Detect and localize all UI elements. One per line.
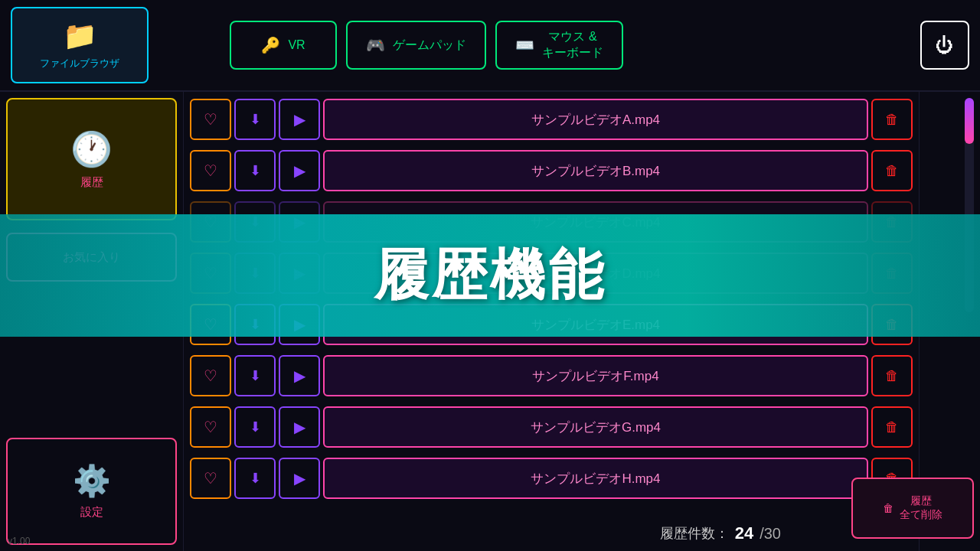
delete-button[interactable]: 🗑 [871,406,913,448]
file-name-button[interactable]: サンプルビデオB.mp4 [323,150,868,191]
play-button[interactable]: ▶ [279,99,320,140]
settings-label: 設定 [80,505,103,520]
scrollbar-thumb [965,98,974,144]
play-icon: ▶ [294,110,305,129]
heart-icon: ♡ [204,161,217,180]
overlay-banner: 履歴機能 [0,214,980,337]
heart-icon: ♡ [204,418,217,436]
delete-button[interactable]: 🗑 [871,150,913,191]
queue-button[interactable]: ⬇ [234,355,276,396]
keyboard-icon: ⌨️ [515,36,534,54]
trash-icon: 🗑 [883,502,893,514]
heart-icon: ♡ [204,469,217,487]
play-button[interactable]: ▶ [279,150,320,191]
table-row: ♡ ⬇ ▶ サンプルビデオA.mp4 🗑 [190,95,913,144]
heart-icon: ♡ [204,367,217,385]
file-name: サンプルビデオF.mp4 [532,367,658,385]
queue-icon: ⬇ [250,419,261,435]
play-button[interactable]: ▶ [279,406,320,448]
vr-label: VR [288,38,305,52]
file-name-button[interactable]: サンプルビデオF.mp4 [323,355,868,396]
table-row: ♡ ⬇ ▶ サンプルビデオB.mp4 🗑 [190,146,913,195]
favorite-button[interactable]: ♡ [190,150,231,191]
play-button[interactable]: ▶ [279,458,320,499]
vr-icon: 🔑 [261,36,280,54]
trash-icon: 🗑 [885,112,899,128]
clock-icon: 🕐 [70,129,113,169]
mouse-keyboard-label: マウス &キーボード [542,29,603,61]
gamepad-button[interactable]: 🎮 ゲームパッド [346,21,486,70]
delete-button[interactable]: 🗑 [871,355,913,396]
queue-icon: ⬇ [250,470,261,487]
file-name-button[interactable]: サンプルビデオA.mp4 [323,99,868,140]
queue-icon: ⬇ [250,162,261,179]
file-name-button[interactable]: サンプルビデオH.mp4 [323,458,868,499]
delete-button[interactable]: 🗑 [871,99,913,140]
table-row: ♡ ⬇ ▶ サンプルビデオG.mp4 🗑 [190,403,913,452]
heart-icon: ♡ [204,110,217,129]
banner-text: 履歴機能 [374,239,606,312]
file-browser-label: ファイルブラウザ [40,57,119,70]
favorite-button[interactable]: ♡ [190,458,231,499]
clear-history-button[interactable]: 🗑 履歴全て削除 [851,478,974,539]
sidebar-history[interactable]: 🕐 履歴 [6,98,177,220]
queue-icon: ⬇ [250,367,261,384]
nav-buttons: 🔑 VR 🎮 ゲームパッド ⌨️ マウス &キーボード [230,21,623,70]
play-icon: ▶ [294,418,305,436]
history-label: 履歴 [80,175,103,190]
power-icon: ⏻ [936,34,954,56]
version-label: v1.00 [8,536,30,546]
favorite-button[interactable]: ♡ [190,99,231,140]
queue-button[interactable]: ⬇ [234,150,276,191]
queue-icon: ⬇ [250,111,261,128]
folder-icon: 📁 [63,20,97,52]
trash-icon: 🗑 [885,419,899,435]
gamepad-label: ゲームパッド [393,37,466,54]
gear-icon: ⚙️ [73,463,111,499]
clear-history-label: 履歴全て削除 [900,494,942,522]
favorite-button[interactable]: ♡ [190,355,231,396]
vr-button[interactable]: 🔑 VR [230,21,337,70]
play-icon: ▶ [294,367,305,385]
trash-icon: 🗑 [885,368,899,384]
play-icon: ▶ [294,469,305,487]
file-name: サンプルビデオB.mp4 [531,162,660,180]
gamepad-icon: 🎮 [366,36,385,54]
file-name: サンプルビデオH.mp4 [531,470,660,487]
top-bar: 📁 ファイルブラウザ 🔑 VR 🎮 ゲームパッド ⌨️ マウス &キーボード ⏻ [0,0,980,92]
file-name: サンプルビデオA.mp4 [531,111,660,129]
table-row: ♡ ⬇ ▶ サンプルビデオH.mp4 🗑 [190,454,913,503]
file-name-button[interactable]: サンプルビデオG.mp4 [323,406,868,448]
table-row: ♡ ⬇ ▶ サンプルビデオF.mp4 🗑 [190,351,913,400]
file-browser-button[interactable]: 📁 ファイルブラウザ [11,7,149,83]
play-icon: ▶ [294,161,305,180]
play-button[interactable]: ▶ [279,355,320,396]
sidebar-settings[interactable]: ⚙️ 設定 [6,438,177,545]
trash-icon: 🗑 [885,163,899,179]
mouse-keyboard-button[interactable]: ⌨️ マウス &キーボード [495,21,623,70]
power-button[interactable]: ⏻ [920,21,969,70]
favorite-button[interactable]: ♡ [190,406,231,448]
queue-button[interactable]: ⬇ [234,458,276,499]
file-name: サンプルビデオG.mp4 [531,419,661,436]
queue-button[interactable]: ⬇ [234,406,276,448]
queue-button[interactable]: ⬇ [234,99,276,140]
